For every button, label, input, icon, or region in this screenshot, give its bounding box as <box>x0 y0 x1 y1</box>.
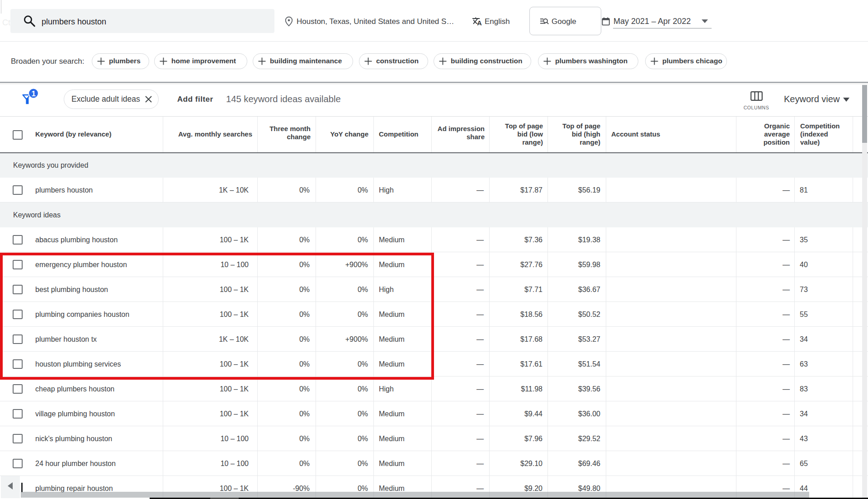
svg-text:1: 1 <box>31 89 35 98</box>
svg-text:A: A <box>477 19 482 26</box>
